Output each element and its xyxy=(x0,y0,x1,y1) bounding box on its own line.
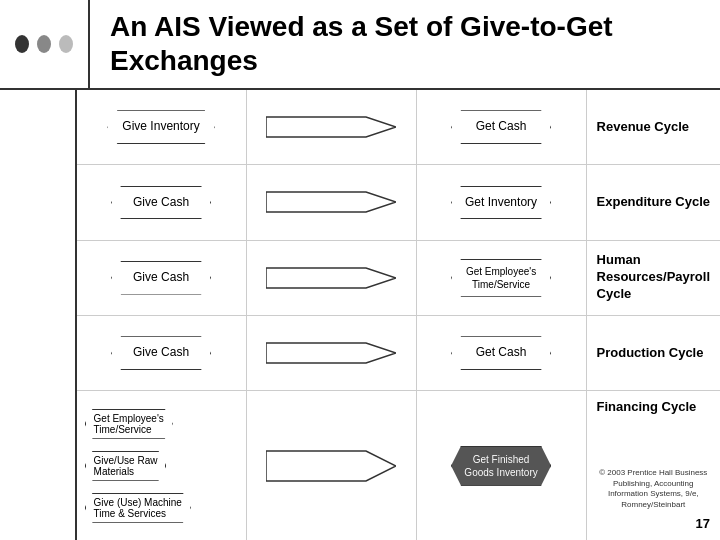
get-finished-goods-cell: Get FinishedGoods Inventory xyxy=(417,391,587,540)
cycle-name-production: Production Cycle xyxy=(587,316,720,390)
get-cash-label-revenue: Get Cash xyxy=(451,110,551,144)
logo-dots xyxy=(0,0,90,88)
main-content: Give Inventory Get Cash Revenue Cycle xyxy=(0,90,720,540)
give-cash-cell-production: Give Cash xyxy=(77,316,247,390)
row-revenue: Give Inventory Get Cash Revenue Cycle xyxy=(77,90,720,165)
give-cash-cell-hr: Give Cash xyxy=(77,241,247,315)
page-number: 17 xyxy=(696,516,710,531)
dot-3 xyxy=(59,35,73,53)
left-panel xyxy=(0,90,77,540)
give-item-employee: Get Employee'sTime/Service xyxy=(85,409,173,439)
give-inventory-label: Give Inventory xyxy=(107,110,214,144)
get-employee-label: Get Employee'sTime/Service xyxy=(451,259,551,297)
get-inventory-label: Get Inventory xyxy=(451,186,551,220)
give-cash-label-production: Give Cash xyxy=(111,336,211,370)
svg-marker-0 xyxy=(266,117,396,137)
arrow-cell-production xyxy=(247,316,417,390)
arrow-cell-revenue xyxy=(247,90,417,164)
dot-1 xyxy=(15,35,29,53)
svg-marker-3 xyxy=(266,343,396,363)
get-cash-cell-revenue: Get Cash xyxy=(417,90,587,164)
give-cash-label-hr: Give Cash xyxy=(111,261,211,295)
arrow-cell-financing xyxy=(247,391,417,540)
header: An AIS Viewed as a Set of Give-to-Get Ex… xyxy=(0,0,720,90)
cycle-name-revenue: Revenue Cycle xyxy=(587,90,720,164)
row-financing: Get Employee'sTime/Service Give/Use RawM… xyxy=(77,391,720,540)
get-cash-cell-production: Get Cash xyxy=(417,316,587,390)
svg-marker-2 xyxy=(266,268,396,288)
row-expenditure: Give Cash Get Inventory Expenditure Cycl… xyxy=(77,165,720,240)
copyright-text: © 2003 Prentice Hall Business Publishing… xyxy=(597,468,710,510)
arrow-cell-hr xyxy=(247,241,417,315)
cycle-name-hr: Human Resources/Payroll Cycle xyxy=(587,241,720,315)
row-production: Give Cash Get Cash Production Cycle xyxy=(77,316,720,391)
give-item-machine: Give (Use) MachineTime & Services xyxy=(85,493,191,523)
give-cash-cell-expenditure: Give Cash xyxy=(77,165,247,239)
dot-2 xyxy=(37,35,51,53)
give-cash-label-expenditure: Give Cash xyxy=(111,186,211,220)
give-inventory-cell: Give Inventory xyxy=(77,90,247,164)
get-inventory-cell: Get Inventory xyxy=(417,165,587,239)
arrow-cell-expenditure xyxy=(247,165,417,239)
row-hr: Give Cash Get Employee'sTime/Service Hum… xyxy=(77,241,720,316)
give-multi-cell: Get Employee'sTime/Service Give/Use RawM… xyxy=(77,391,247,540)
svg-marker-4 xyxy=(266,451,396,481)
cycle-name-expenditure: Expenditure Cycle xyxy=(587,165,720,239)
table-area: Give Inventory Get Cash Revenue Cycle xyxy=(77,90,720,540)
cycle-name-financing: Financing Cycle © 2003 Prentice Hall Bus… xyxy=(587,391,720,540)
give-item-raw: Give/Use RawMaterials xyxy=(85,451,167,481)
get-employee-cell: Get Employee'sTime/Service xyxy=(417,241,587,315)
get-cash-label-production: Get Cash xyxy=(451,336,551,370)
svg-marker-1 xyxy=(266,192,396,212)
page-title: An AIS Viewed as a Set of Give-to-Get Ex… xyxy=(90,0,720,88)
get-finished-goods-label: Get FinishedGoods Inventory xyxy=(451,446,551,486)
